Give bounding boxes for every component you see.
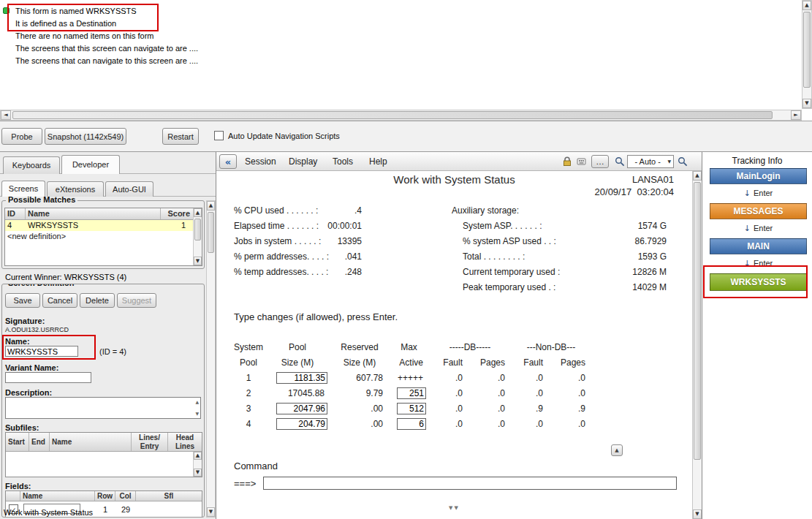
scrollbar-thumb[interactable] [12,111,773,119]
stat-label: Current temporary used : [463,267,560,277]
delete-button[interactable]: Delete [80,293,115,308]
splitter-handle-icon[interactable] [449,506,460,511]
pool-4-max-input[interactable] [397,418,426,430]
pool-2-max-input[interactable] [397,387,426,399]
tab-developer[interactable]: Developer [61,155,120,174]
stat-value: 1574 G [638,221,667,231]
description-input[interactable] [5,397,201,419]
scrollbar-thumb[interactable] [694,182,701,460]
scroll-to-top-button[interactable] [611,444,623,456]
edge-label: Enter [754,189,773,197]
scroll-right-icon[interactable] [791,110,801,120]
script-line: The screens that this screen can navigat… [15,42,198,55]
stat-value: .4 [354,205,362,216]
lock-icon[interactable] [563,156,572,168]
pool-3-max-input[interactable] [397,403,426,414]
script-line: The screens that can navigate to this sc… [15,55,198,67]
scroll-down-icon[interactable] [207,507,215,517]
matches-column-id[interactable]: ID [5,208,26,219]
snapshot-button[interactable]: Snapshot (1142x549) [45,128,126,145]
top-panel-vertical-scrollbar[interactable] [802,0,812,109]
tracking-title: Tracking Info [702,156,812,166]
pool-reserved: .00 [330,404,389,414]
scroll-down-icon[interactable] [195,412,199,416]
tracking-edge: Enter [710,220,807,236]
matches-scrollbar[interactable] [193,208,202,265]
tracking-node-wrksyssts[interactable]: WRKSYSSTS [710,273,807,291]
stat-value: 86.7929 [635,236,667,246]
scroll-up-icon[interactable] [194,452,202,460]
pool-subheader: Active [389,357,429,368]
scroll-down-icon[interactable] [693,509,702,519]
scroll-up-icon[interactable] [693,171,702,181]
scroll-up-icon[interactable] [207,201,215,211]
fields-column-col: Col [115,491,136,501]
signature-value: A.ODUI132.USRRCD [5,326,69,333]
dropdown-arrow-icon [667,159,671,164]
edge-label: Enter [754,259,773,268]
fields-label: Fields: [5,482,31,490]
ellipsis-icon [596,158,604,166]
stat-label: Total . . . . . . . . : [463,251,525,262]
pool-max-cell [389,403,429,414]
scrollbar-thumb[interactable] [208,212,214,253]
tracking-node-main[interactable]: MAIN [710,238,807,254]
scroll-left-icon[interactable] [1,110,11,120]
stat-value: .248 [345,267,362,277]
pool-max-active: +++++ [389,373,429,383]
cancel-button[interactable]: Cancel [42,293,77,308]
pool-3-size-input[interactable] [276,403,327,414]
zoom-level-dropdown[interactable]: - Auto - [627,155,674,168]
scroll-down-icon[interactable] [802,99,811,108]
scroll-down-icon[interactable] [194,469,202,477]
scroll-up-icon[interactable] [194,208,202,217]
menu-help[interactable]: Help [369,152,387,171]
stat-label: Peak temporary used . : [463,282,555,292]
command-input[interactable] [263,477,677,490]
screen-title: Work with System Status [216,173,692,186]
suggest-button[interactable]: Suggest [117,293,156,308]
stat-label: % temp addresses. . . . : [234,267,328,277]
more-options-button[interactable] [591,155,609,168]
keyboard-lock-icon[interactable] [577,156,586,168]
matches-column-name[interactable]: Name [26,208,161,219]
restart-button[interactable]: Restart [162,128,199,145]
pool-1-size-input[interactable] [276,372,327,384]
scroll-up-icon[interactable] [195,400,199,404]
pool-ndb-fault: .9 [511,404,549,414]
menu-tools[interactable]: Tools [333,152,353,171]
pool-size: 17045.88 [265,388,330,398]
subfiles-scrollbar[interactable] [193,452,202,477]
scrollbar-thumb[interactable] [194,219,201,240]
match-row[interactable]: 4 WRKSYSSTS 1 [5,220,193,231]
subfiles-table: Start End Name Lines/ Entry Head Lines [5,432,202,477]
subtab-screens[interactable]: Screens [1,181,45,197]
scroll-down-icon[interactable] [194,257,202,265]
tab-keyboards[interactable]: Keyboards [3,156,60,174]
terminal-scrollbar[interactable] [692,171,702,519]
name-input[interactable] [5,346,78,357]
new-definition-row[interactable]: <new definition> [5,231,193,242]
tracking-node-mainlogin[interactable]: MainLogin [710,168,807,184]
subtab-autogui[interactable]: Auto-GUI [105,181,153,197]
save-button[interactable]: Save [5,293,40,308]
menu-session[interactable]: Session [245,152,276,171]
zoom-in-icon[interactable] [678,156,688,168]
developer-panel-scrollbar[interactable] [206,200,216,518]
collapse-panel-button[interactable] [219,154,237,169]
auto-update-checkbox[interactable] [214,131,224,140]
zoom-out-icon[interactable] [615,156,625,168]
top-panel-horizontal-scrollbar[interactable] [0,110,802,121]
matches-column-score[interactable]: Score [161,208,193,219]
pool-4-size-input[interactable] [276,418,327,430]
pool-max-cell [389,418,429,430]
match-score: 1 [161,220,193,231]
aux-storage-header: Auxiliary storage: [452,205,519,216]
variant-name-input[interactable] [5,372,91,383]
probe-button[interactable]: Probe [1,128,42,145]
tracking-node-messages[interactable]: MESSAGES [710,203,807,219]
scrollbar-thumb[interactable] [803,12,811,88]
scroll-up-icon[interactable] [802,1,811,10]
menu-display[interactable]: Display [289,152,317,171]
subtab-extensions[interactable]: eXtensions [47,181,104,197]
